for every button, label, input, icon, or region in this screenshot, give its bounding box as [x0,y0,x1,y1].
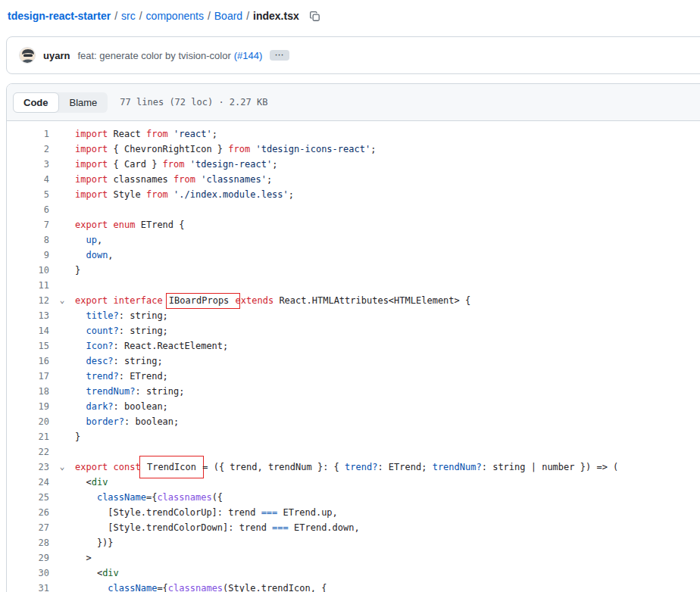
code-line: 30 <div [7,566,700,581]
gutter-spacer [49,354,75,369]
commit-ellipsis-button[interactable]: ··· [270,50,289,61]
line-number[interactable]: 24 [7,475,49,490]
code-line-content: import Style from './index.module.less'; [75,187,700,202]
gutter-spacer [49,414,75,429]
breadcrumb-board-link[interactable]: Board [214,8,242,24]
line-number[interactable]: 25 [7,490,49,505]
line-number[interactable]: 12 [7,293,49,308]
line-number[interactable]: 6 [7,202,49,217]
code-line-content: trend?: ETrend; [75,369,700,384]
code-view: 1import React from 'react';2import { Che… [7,121,700,592]
code-line: 13 title?: string; [7,308,700,323]
gutter-spacer [49,520,75,535]
line-number[interactable]: 31 [7,581,49,592]
code-line-content: import { ChevronRightIcon } from 'tdesig… [75,142,700,157]
line-number[interactable]: 4 [7,172,49,187]
line-number[interactable]: 5 [7,187,49,202]
code-line: 27 [Style.trendColorDown]: trend === ETr… [7,520,700,535]
line-number[interactable]: 28 [7,535,49,550]
breadcrumb-current-file: index.tsx [253,8,299,24]
tab-blame[interactable]: Blame [59,92,108,113]
code-line: 31 className={classnames(Style.trendIcon… [7,581,700,592]
code-line: 28 })} [7,535,700,550]
line-number[interactable]: 22 [7,444,49,460]
code-line-content: count?: string; [75,323,700,338]
line-number[interactable]: 23 [7,460,49,475]
line-number[interactable]: 13 [7,308,49,323]
breadcrumb: tdesign-react-starter / src / components… [0,0,700,24]
breadcrumb-components-link[interactable]: components [146,8,204,24]
line-number[interactable]: 20 [7,414,49,429]
line-number[interactable]: 18 [7,384,49,399]
code-line: 14 count?: string; [7,323,700,338]
breadcrumb-separator: / [114,8,117,24]
line-number[interactable]: 9 [7,248,49,263]
copy-path-icon[interactable] [307,8,323,24]
code-line: 3import { Card } from 'tdesign-react'; [7,157,700,172]
code-line: 16 desc?: string; [7,354,700,369]
gutter-spacer [49,187,75,202]
gutter-spacer [49,308,75,323]
line-number[interactable]: 11 [7,278,49,293]
code-line-content: className={classnames({ [75,490,700,505]
code-line: 29 > [7,550,700,566]
gutter-spacer [49,202,75,217]
line-number[interactable]: 16 [7,354,49,369]
line-number[interactable]: 8 [7,232,49,248]
code-line: 15 Icon?: React.ReactElement; [7,338,700,354]
tab-code[interactable]: Code [13,92,59,113]
file-meta-info: 77 lines (72 loc) · 2.27 KB [120,97,267,107]
line-number[interactable]: 30 [7,566,49,581]
code-line-content: border?: boolean; [75,414,700,429]
code-line-content: } [75,263,700,278]
line-number[interactable]: 10 [7,263,49,278]
code-line: 25 className={classnames({ [7,490,700,505]
line-number[interactable]: 3 [7,157,49,172]
code-line: 12⌄export interface IBoardProps extends … [7,293,700,308]
commit-pr-link[interactable]: (#144) [234,50,263,61]
code-line: 21} [7,429,700,444]
code-line-content: <div [75,475,700,490]
gutter-spacer [49,429,75,444]
code-line-content: } [75,429,700,444]
line-number[interactable]: 17 [7,369,49,384]
gutter-spacer [49,505,75,520]
breadcrumb-repo-link[interactable]: tdesign-react-starter [8,8,111,24]
latest-commit-bar: uyarn feat: generate color by tvision-co… [6,36,700,74]
breadcrumb-separator: / [246,8,249,24]
commit-author-avatar[interactable] [19,47,36,64]
code-line: 7export enum ETrend { [7,217,700,232]
line-number[interactable]: 21 [7,429,49,444]
line-number[interactable]: 27 [7,520,49,535]
line-number[interactable]: 1 [7,126,49,142]
line-number[interactable]: 19 [7,399,49,414]
code-line-content: className={classnames(Style.trendIcon, { [75,581,700,592]
line-number[interactable]: 15 [7,338,49,354]
gutter-spacer [49,444,75,460]
line-number[interactable]: 2 [7,142,49,157]
code-line-content: [Style.trendColorDown]: trend === ETrend… [75,520,700,535]
commit-author-link[interactable]: uyarn [43,50,70,61]
code-line: 8 up, [7,232,700,248]
collapse-chevron-icon[interactable]: ⌄ [49,293,75,308]
code-line: 10} [7,263,700,278]
line-number[interactable]: 29 [7,550,49,566]
code-line-content: trendNum?: string; [75,384,700,399]
line-number[interactable]: 26 [7,505,49,520]
breadcrumb-src-link[interactable]: src [121,8,136,24]
code-line: 11 [7,278,700,293]
line-number[interactable]: 14 [7,323,49,338]
gutter-spacer [49,172,75,187]
collapse-chevron-icon[interactable]: ⌄ [49,460,75,475]
code-line-content: export interface IBoardProps extends Rea… [75,293,700,308]
gutter-spacer [49,323,75,338]
gutter-spacer [49,550,75,566]
code-line-content: [Style.trendColorUp]: trend === ETrend.u… [75,505,700,520]
commit-message[interactable]: feat: generate color by tvision-color [77,50,230,61]
line-number[interactable]: 7 [7,217,49,232]
code-line-content: import React from 'react'; [75,126,700,142]
code-line: 26 [Style.trendColorUp]: trend === ETren… [7,505,700,520]
code-line-content: export enum ETrend { [75,217,700,232]
code-line: 5import Style from './index.module.less'… [7,187,700,202]
gutter-spacer [49,232,75,248]
